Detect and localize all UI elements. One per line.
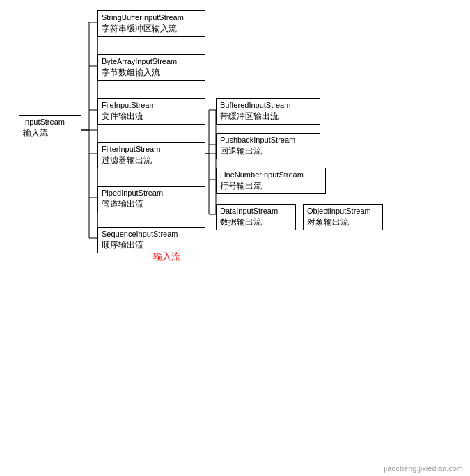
watermark: jiaocheng.jixiedian.com bbox=[384, 464, 463, 473]
inputstream-root: InputStream 输入流 bbox=[19, 115, 81, 145]
filter-input-stream: FilterInputStream 过滤器输出流 bbox=[97, 142, 205, 168]
pushback-input-stream: PushbackInputStream 回退输出流 bbox=[216, 133, 320, 159]
diagram-container: InputStream 输入流 StringBufferInputStream … bbox=[0, 0, 470, 476]
piped-input-stream: PipedInputStream 管道输出流 bbox=[97, 186, 205, 212]
data-input-stream: DataInputStream 数据输出流 bbox=[216, 204, 296, 230]
line-number-input-stream: LineNumberInputStream 行号输出流 bbox=[216, 168, 326, 194]
string-buffer-input-stream: StringBufferInputStream 字符串缓冲区输入流 bbox=[97, 10, 205, 37]
file-input-stream: FileInputStream 文件输出流 bbox=[97, 98, 205, 125]
object-input-stream: ObjectInputStream 对象输出流 bbox=[303, 204, 383, 230]
inputstream-en: InputStream bbox=[23, 117, 77, 127]
input-stream-section: InputStream 输入流 StringBufferInputStream … bbox=[7, 7, 463, 271]
buffered-input-stream: BufferedInputStream 带缓冲区输出流 bbox=[216, 98, 320, 125]
inputstream-zh: 输入流 bbox=[23, 127, 77, 139]
byte-array-input-stream: ByteArrayInputStream 字节数组输入流 bbox=[97, 54, 205, 81]
sequence-input-stream: SequenceInputStream 顺序输出流 bbox=[97, 227, 205, 253]
input-section-label: 输入流 bbox=[153, 251, 180, 263]
